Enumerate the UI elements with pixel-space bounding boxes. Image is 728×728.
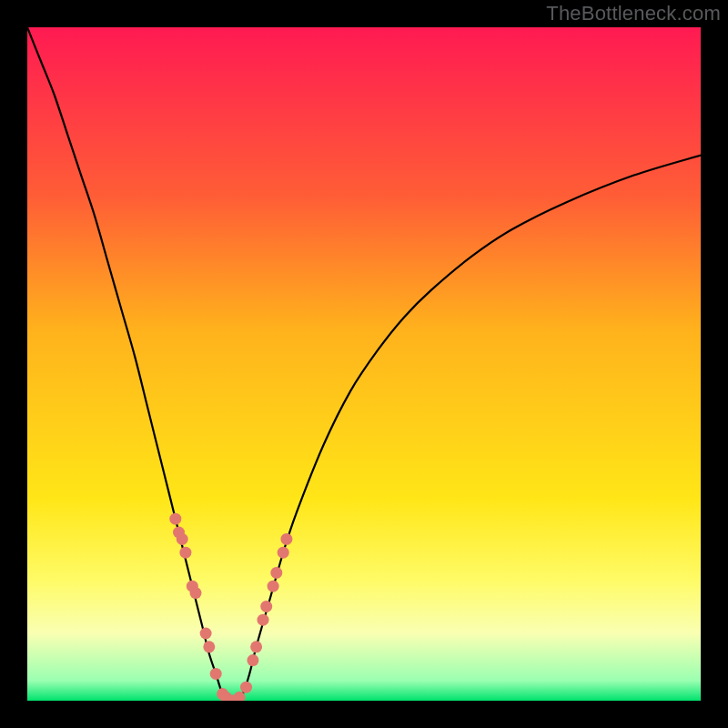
highlight-dot	[177, 533, 188, 545]
highlight-dot	[258, 614, 269, 626]
plot-area	[27, 27, 701, 701]
highlight-dot	[280, 533, 292, 545]
highlight-dot	[247, 654, 258, 666]
chart-frame: TheBottleneck.com	[0, 0, 728, 728]
highlight-dot	[210, 668, 222, 680]
highlight-dot	[169, 513, 181, 525]
highlight-dot	[268, 581, 279, 592]
highlight-dot	[260, 601, 272, 612]
highlight-dot	[250, 641, 262, 652]
highlight-dot	[278, 547, 289, 559]
highlight-dot	[179, 547, 191, 559]
highlight-dot	[270, 567, 282, 579]
highlight-dot	[240, 682, 252, 693]
highlight-dot	[203, 641, 215, 652]
highlight-dot	[200, 628, 212, 640]
highlight-dot	[190, 587, 202, 599]
bottleneck-chart	[27, 27, 701, 701]
watermark-text: TheBottleneck.com	[546, 2, 721, 25]
gradient-background	[27, 27, 701, 701]
